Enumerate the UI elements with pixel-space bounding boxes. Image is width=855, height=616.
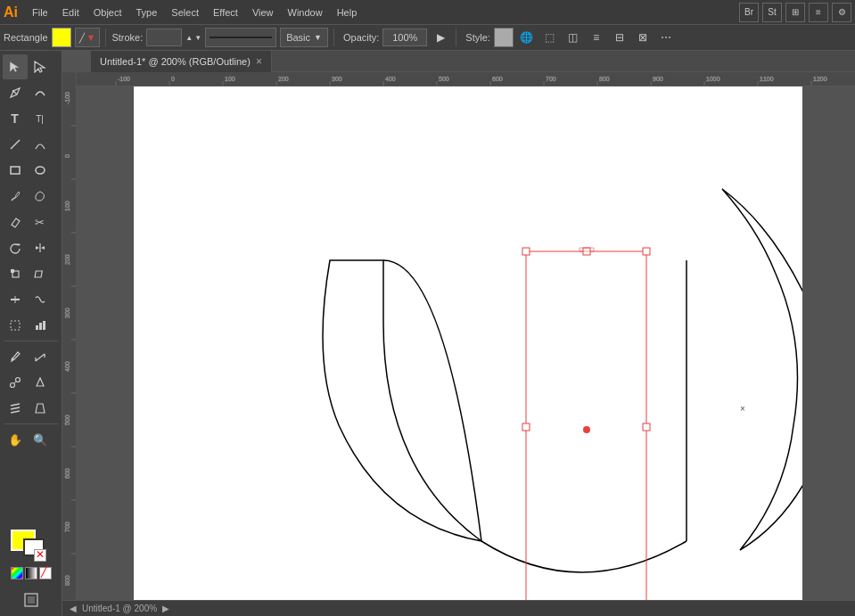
touch-type-btn[interactable]: T| [28,106,53,131]
basic-box[interactable]: Basic ▼ [280,28,328,47]
tab-close-btn[interactable]: × [256,55,262,68]
zoom-tool-btn[interactable]: 🔍 [28,427,53,452]
tool-name-label: Rectangle [4,32,48,43]
handle-tl[interactable] [522,248,530,255]
color-section: ✕ ╱ [11,530,52,583]
sep-2 [333,29,334,46]
rectangle-tool-btn[interactable] [3,158,28,183]
hand-tool-btn[interactable]: ✋ [3,427,28,452]
direct-selection-tool-btn[interactable] [28,54,53,79]
opacity-input[interactable] [382,29,427,46]
color-mode-swatch[interactable] [11,567,23,579]
gradient-swatch[interactable] [25,567,37,579]
stroke-down-arrow[interactable]: ▼ [194,34,201,42]
curvature-tool-btn[interactable] [28,80,53,105]
tool-row-blend [3,370,60,395]
width-tool-btn[interactable] [3,287,28,312]
stroke-color-btn[interactable]: ╱ ▼ [75,28,101,47]
artwork-canvas[interactable]: × [134,86,802,616]
slice-tool-btn[interactable] [3,396,28,421]
more-icon[interactable]: ⋯ [656,28,676,47]
style-swatch[interactable] [494,28,514,47]
warp-tool-btn[interactable] [28,287,53,312]
type-tool-btn[interactable]: T [3,106,28,131]
search-icon[interactable]: ⚙ [832,3,851,22]
align-right-icon[interactable]: ⊟ [610,28,629,47]
align-center-icon[interactable]: ≡ [587,28,606,47]
handle-mr[interactable] [643,423,650,431]
ellipse-tool-btn[interactable] [28,158,53,183]
menu-file[interactable]: File [25,5,55,20]
menu-edit[interactable]: Edit [55,5,86,20]
svg-text:1100: 1100 [760,76,774,82]
stock-icon[interactable]: St [762,3,782,22]
artboard-navigate-btn[interactable] [19,587,44,612]
status-arrow-left[interactable]: ◀ [70,604,77,613]
pen-tool-btn[interactable] [3,80,28,105]
svg-text:1000: 1000 [706,76,720,82]
stroke-color-swatch[interactable]: ✕ [23,538,45,556]
menu-select[interactable]: Select [164,5,206,20]
svg-text:0: 0 [171,76,175,82]
stroke-input[interactable] [146,29,182,46]
menu-type[interactable]: Type [129,5,165,20]
arc-tool-btn[interactable] [28,132,53,157]
line-tool-btn[interactable] [3,132,28,157]
menu-object[interactable]: Object [86,5,129,20]
menu-effect[interactable]: Effect [206,5,245,20]
tool-row-erase: ✂ [3,209,60,234]
paintbrush-tool-btn[interactable] [3,184,28,209]
free-transform-btn[interactable] [3,313,28,338]
fill-swatch[interactable] [52,28,71,47]
stroke-up-arrow[interactable]: ▲ [185,34,193,42]
svg-text:400: 400 [385,76,396,82]
menu-help[interactable]: Help [330,5,365,20]
blend-tool-btn[interactable] [3,370,28,395]
globe-icon[interactable]: 🌐 [517,28,537,47]
artboard-icon[interactable]: ⬚ [540,28,560,47]
rotate-tool-btn[interactable] [3,235,28,260]
menu-view[interactable]: View [245,5,281,20]
workspace-icon[interactable]: ⊞ [785,3,805,22]
reflect-tool-btn[interactable] [28,235,53,260]
perspective-tool-btn[interactable] [28,396,53,421]
svg-point-18 [10,383,14,388]
svg-text:400: 400 [64,361,70,372]
left-outer-arc [383,260,481,541]
distribute-icon[interactable]: ⊠ [633,28,653,47]
toolbar: Rectangle ╱ ▼ Stroke: ▲ ▼ Basic ▼ Opacit… [0,24,855,51]
svg-rect-57 [62,72,77,616]
eraser-tool-btn[interactable] [3,209,28,234]
menu-window[interactable]: Window [281,5,330,20]
svg-text:-100: -100 [118,76,130,82]
stroke-icon: ╱ [79,33,85,43]
svg-point-14 [11,358,13,361]
align-left-icon[interactable]: ◫ [563,28,583,47]
eyedropper-tool-btn[interactable] [3,344,28,369]
svg-line-15 [36,354,45,361]
blob-brush-btn[interactable] [28,184,53,209]
svg-rect-7 [35,271,42,277]
handle-ml[interactable] [522,423,530,431]
selection-tool-btn[interactable] [3,54,28,79]
doc-tab[interactable]: Untitled-1* @ 200% (RGB/Outline) × [91,51,272,72]
opacity-more-btn[interactable]: ▶ [431,28,450,47]
live-paint-btn[interactable] [28,370,53,395]
arrange-icon[interactable]: ≡ [809,3,828,22]
no-color-swatch[interactable]: ╱ [39,567,52,579]
status-arrow-right[interactable]: ▶ [162,604,169,613]
bridge-icon[interactable]: Br [739,3,759,22]
svg-line-23 [11,411,20,413]
ruler-horizontal: -200 -100 0 100 200 300 400 500 [62,72,855,86]
shear-tool-btn[interactable] [28,261,53,286]
tool-divider-2 [4,423,58,424]
graph-tool-btn[interactable] [28,313,53,338]
scissors-tool-btn[interactable]: ✂ [28,209,53,234]
stroke-line-box[interactable] [205,28,276,47]
canvas-area: -200 -100 0 100 200 300 400 500 [62,51,855,616]
svg-text:700: 700 [64,522,70,532]
handle-tr[interactable] [643,248,650,255]
svg-rect-11 [36,325,38,330]
measure-tool-btn[interactable] [28,344,53,369]
scale-tool-btn[interactable] [3,261,28,286]
